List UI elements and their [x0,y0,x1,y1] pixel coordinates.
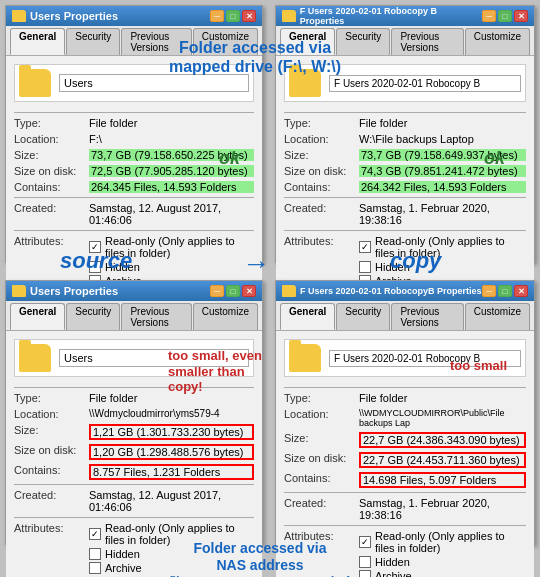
tab-prev-versions[interactable]: Previous Versions [121,28,191,55]
hidden-checkbox[interactable] [359,556,371,568]
tab-security[interactable]: Security [66,28,120,55]
minimize-button[interactable]: ─ [210,10,224,22]
tab-customize[interactable]: Customize [465,303,530,330]
type-value: File folder [89,392,254,404]
location-row: Location: W:\File backups Laptop [284,133,526,145]
attr1-label: Read-only (Only applies to files in fold… [105,235,254,259]
tab-prev-versions[interactable]: Previous Versions [391,303,463,330]
size-value: 73,7 GB (79.158.650.225 bytes) [89,149,254,161]
folder-name-input[interactable] [329,75,521,92]
hidden-checkbox[interactable] [89,548,101,560]
close-button[interactable]: ✕ [514,285,528,297]
created-label: Created: [284,202,359,214]
top-right-tabs: General Security Previous Versions Custo… [276,26,534,56]
attributes-label: Attributes: [284,235,359,247]
size-label: Size: [284,149,359,161]
archive-checkbox[interactable] [89,562,101,574]
attr2-row: Hidden [359,556,526,568]
close-button[interactable]: ✕ [514,10,528,22]
attr3-label: Archive [375,570,412,577]
attr2-row: Hidden [359,261,526,273]
readonly-checkbox[interactable] [89,241,101,253]
archive-checkbox[interactable] [359,570,371,577]
location-row: Location: F:\ [14,133,254,145]
sizeondisk-value: 1,20 GB (1.298.488.576 bytes) [89,444,254,460]
sizeondisk-value: 22,7 GB (24.453.711.360 bytes) [359,452,526,468]
top-left-window: Users Properties ─ □ ✕ General Security … [5,5,263,263]
contains-label: Contains: [14,181,89,193]
sizeondisk-row: Size on disk: 22,7 GB (24.453.711.360 by… [284,452,526,468]
bottom-right-window: F Users 2020-02-01 RobocopyB Properties … [275,280,535,545]
maximize-button[interactable]: □ [226,10,240,22]
top-right-title: F Users 2020-02-01 Robocopy B Properties [300,6,482,26]
tab-security[interactable]: Security [336,28,390,55]
tab-customize[interactable]: Customize [465,28,530,55]
tab-general[interactable]: General [10,28,65,55]
tab-security[interactable]: Security [66,303,120,330]
bottom-right-titlebar: F Users 2020-02-01 RobocopyB Properties … [276,281,534,301]
tab-security[interactable]: Security [336,303,390,330]
size-row: Size: 73,7 GB (79.158.650.225 bytes) [14,149,254,161]
tab-customize[interactable]: Customize [193,28,258,55]
close-button[interactable]: ✕ [242,10,256,22]
attr3-row: Archive [89,562,254,574]
created-value: Samstag, 12. August 2017, 01:46:06 [89,489,254,513]
minimize-button[interactable]: ─ [210,285,224,297]
readonly-checkbox[interactable] [359,536,371,548]
readonly-checkbox[interactable] [89,528,101,540]
location-label: Location: [284,133,359,145]
location-value: W:\File backups Laptop [359,133,526,145]
size-label: Size: [284,432,359,444]
bottom-right-title: F Users 2020-02-01 RobocopyB Properties [300,286,482,296]
location-row: Location: \\Wdmycloudmirror\yms579-4 [14,408,254,420]
type-value: File folder [359,117,526,129]
type-label: Type: [14,117,89,129]
bottom-left-titlebar: Users Properties ─ □ ✕ [6,281,262,301]
attr2-row: Hidden [89,261,254,273]
attr2-label: Hidden [105,548,140,560]
tab-general[interactable]: General [10,303,65,330]
hidden-checkbox[interactable] [359,261,371,273]
sizeondisk-label: Size on disk: [284,165,359,177]
tab-prev-versions[interactable]: Previous Versions [121,303,191,330]
hidden-checkbox[interactable] [89,261,101,273]
big-folder-icon [289,69,321,97]
sizeondisk-label: Size on disk: [284,452,359,464]
contains-label: Contains: [284,181,359,193]
sizeondisk-row: Size on disk: 72,5 GB (77.905.285.120 by… [14,165,254,177]
maximize-button[interactable]: □ [498,10,512,22]
type-label: Type: [284,392,359,404]
folder-name-input[interactable] [329,350,521,367]
created-label: Created: [14,202,89,214]
folder-header [14,339,254,377]
readonly-checkbox[interactable] [359,241,371,253]
type-value: File folder [359,392,526,404]
contains-value: 14.698 Files, 5.097 Folders [359,472,526,488]
type-value: File folder [89,117,254,129]
type-row: Type: File folder [284,117,526,129]
tab-customize[interactable]: Customize [193,303,258,330]
tab-general[interactable]: General [280,303,335,330]
location-value: F:\ [89,133,254,145]
minimize-button[interactable]: ─ [482,285,496,297]
tab-general[interactable]: General [280,28,335,55]
sizeondisk-value: 74,3 GB (79.851.241.472 bytes) [359,165,526,177]
attr1-label: Read-only (Only applies to files in fold… [375,530,526,554]
attr1-label: Read-only (Only applies to files in fold… [105,522,254,546]
folder-icon [12,285,26,297]
minimize-button[interactable]: ─ [482,10,496,22]
sizeondisk-row: Size on disk: 74,3 GB (79.851.241.472 by… [284,165,526,177]
sizeondisk-label: Size on disk: [14,444,89,456]
bottom-right-tabs: General Security Previous Versions Custo… [276,301,534,331]
top-left-titlebar: Users Properties ─ □ ✕ [6,6,262,26]
size-row: Size: 73,7 GB (79.158.649.937 bytes) [284,149,526,161]
close-button[interactable]: ✕ [242,285,256,297]
created-label: Created: [284,497,359,509]
tab-prev-versions[interactable]: Previous Versions [391,28,463,55]
created-label: Created: [14,489,89,501]
folder-name-input[interactable] [59,349,249,367]
maximize-button[interactable]: □ [498,285,512,297]
folder-name-input[interactable] [59,74,249,92]
maximize-button[interactable]: □ [226,285,240,297]
contains-row: Contains: 14.698 Files, 5.097 Folders [284,472,526,488]
